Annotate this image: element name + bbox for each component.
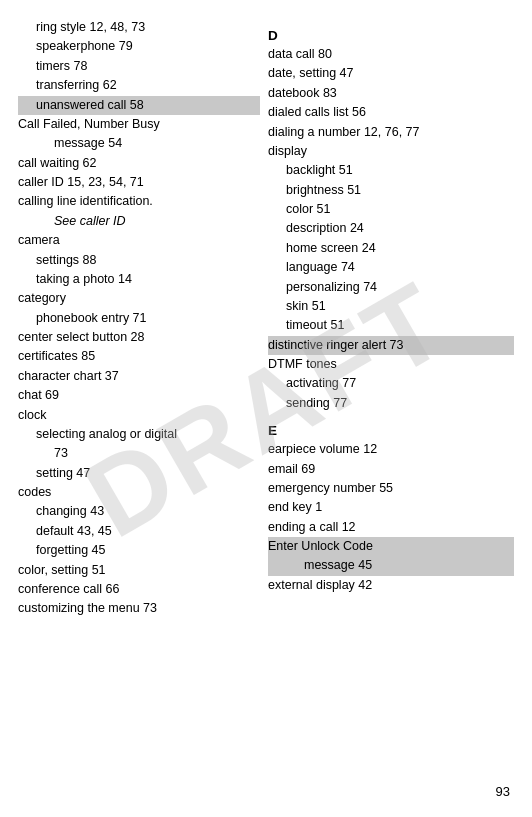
- index-entry: camera: [18, 231, 260, 250]
- index-entry: default 43, 45: [18, 522, 260, 541]
- index-entry: ending a call 12: [268, 518, 514, 537]
- index-entry: language 74: [268, 258, 514, 277]
- index-entry: home screen 24: [268, 239, 514, 258]
- index-entry: earpiece volume 12: [268, 440, 514, 459]
- index-content: ring style 12, 48, 73speakerphone 79time…: [18, 18, 514, 619]
- index-entry: See caller ID: [18, 212, 260, 231]
- index-entry: date, setting 47: [268, 64, 514, 83]
- index-entry: ring style 12, 48, 73: [18, 18, 260, 37]
- index-entry: settings 88: [18, 251, 260, 270]
- index-entry: caller ID 15, 23, 54, 71: [18, 173, 260, 192]
- index-entry: calling line identification.: [18, 192, 260, 211]
- index-entry: dialed calls list 56: [268, 103, 514, 122]
- index-entry: color, setting 51: [18, 561, 260, 580]
- right-column: Ddata call 80date, setting 47datebook 83…: [268, 18, 514, 619]
- index-entry: taking a photo 14: [18, 270, 260, 289]
- index-entry: codes: [18, 483, 260, 502]
- index-entry: Call Failed, Number Busy: [18, 115, 260, 134]
- index-entry: DTMF tones: [268, 355, 514, 374]
- index-entry: conference call 66: [18, 580, 260, 599]
- index-entry: chat 69: [18, 386, 260, 405]
- index-entry: dialing a number 12, 76, 77: [268, 123, 514, 142]
- index-entry: setting 47: [18, 464, 260, 483]
- index-entry: center select button 28: [18, 328, 260, 347]
- index-entry: backlight 51: [268, 161, 514, 180]
- index-entry: timers 78: [18, 57, 260, 76]
- index-entry: certificates 85: [18, 347, 260, 366]
- index-entry: customizing the menu 73: [18, 599, 260, 618]
- index-entry: speakerphone 79: [18, 37, 260, 56]
- index-entry: data call 80: [268, 45, 514, 64]
- index-entry: message 45: [268, 556, 514, 575]
- index-entry: call waiting 62: [18, 154, 260, 173]
- index-entry: category: [18, 289, 260, 308]
- index-entry: character chart 37: [18, 367, 260, 386]
- index-entry: color 51: [268, 200, 514, 219]
- index-entry: 73: [18, 444, 260, 463]
- index-entry: end key 1: [268, 498, 514, 517]
- index-entry: description 24: [268, 219, 514, 238]
- index-entry: distinctive ringer alert 73: [268, 336, 514, 355]
- index-entry: datebook 83: [268, 84, 514, 103]
- index-entry: forgetting 45: [18, 541, 260, 560]
- index-entry: display: [268, 142, 514, 161]
- index-entry: sending 77: [268, 394, 514, 413]
- left-column: ring style 12, 48, 73speakerphone 79time…: [18, 18, 268, 619]
- index-entry: changing 43: [18, 502, 260, 521]
- index-entry: phonebook entry 71: [18, 309, 260, 328]
- index-entry: personalizing 74: [268, 278, 514, 297]
- section-letter: E: [268, 423, 514, 438]
- index-entry: timeout 51: [268, 316, 514, 335]
- index-entry: skin 51: [268, 297, 514, 316]
- index-entry: transferring 62: [18, 76, 260, 95]
- index-entry: external display 42: [268, 576, 514, 595]
- index-entry: brightness 51: [268, 181, 514, 200]
- index-entry: clock: [18, 406, 260, 425]
- page-number: 93: [496, 784, 510, 799]
- page-container: DRAFT ring style 12, 48, 73speakerphone …: [0, 0, 532, 817]
- index-entry: unanswered call 58: [18, 96, 260, 115]
- index-entry: Enter Unlock Code: [268, 537, 514, 556]
- index-entry: emergency number 55: [268, 479, 514, 498]
- index-entry: selecting analog or digital: [18, 425, 260, 444]
- index-entry: message 54: [18, 134, 260, 153]
- index-entry: email 69: [268, 460, 514, 479]
- section-letter: D: [268, 28, 514, 43]
- index-entry: activating 77: [268, 374, 514, 393]
